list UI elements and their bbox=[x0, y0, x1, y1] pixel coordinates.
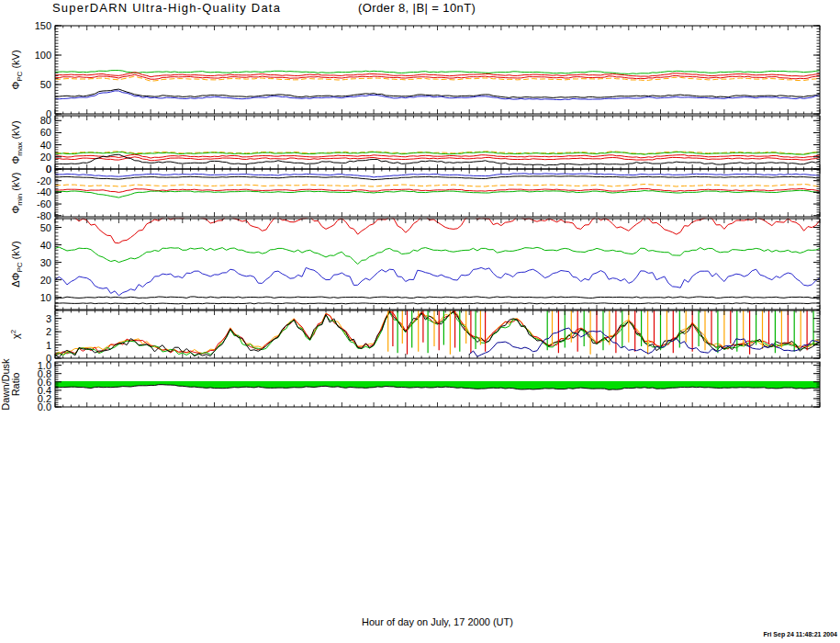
panel-border-phipc bbox=[55, 26, 820, 114]
panel-ylabel-phimin: Φmin (kV) bbox=[10, 173, 24, 214]
figure-subtitle: (Order 8, |B| = 10nT) bbox=[358, 1, 476, 15]
panel-phimin bbox=[55, 174, 820, 197]
panel-border-phimax bbox=[55, 116, 820, 169]
y-tick-label: 1 bbox=[46, 340, 51, 351]
y-tick-label: 50 bbox=[40, 222, 51, 233]
y-tick-label: -80 bbox=[37, 210, 51, 221]
multipanel-chart: 050100150ΦPC (kV)020406080Φmax (kV)-80-6… bbox=[0, 0, 840, 643]
y-tick-label: 2 bbox=[46, 326, 51, 337]
y-tick-label: -40 bbox=[37, 186, 51, 197]
y-tick-label: 60 bbox=[40, 127, 51, 138]
x-axis-title: Hour of day on July, 17 2000 (UT) bbox=[55, 616, 820, 627]
y-tick-label: 80 bbox=[40, 115, 51, 126]
panel-border-phimin bbox=[55, 169, 820, 217]
y-tick-label: 30 bbox=[40, 257, 51, 268]
y-tick-label: 150 bbox=[35, 20, 51, 31]
y-tick-label: 40 bbox=[40, 240, 51, 251]
timestamp: Fri Sep 24 11:48:21 2004 bbox=[763, 631, 837, 637]
y-tick-label: 20 bbox=[40, 275, 51, 286]
y-tick-label: 40 bbox=[40, 140, 51, 151]
y-tick-label: 3 bbox=[46, 313, 51, 324]
y-tick-label: 100 bbox=[35, 50, 51, 61]
panel-ylabel-phimax: Φmax (kV) bbox=[10, 120, 24, 164]
y-tick-label: 50 bbox=[40, 79, 51, 90]
panel-phipc bbox=[55, 71, 820, 100]
panel-ratio bbox=[55, 381, 820, 389]
panel-border-dphipc bbox=[55, 219, 820, 310]
y-tick-label: -20 bbox=[37, 175, 51, 186]
panel-chi2 bbox=[55, 310, 820, 357]
figure-title: SuperDARN Ultra-High-Quality Data bbox=[52, 1, 281, 15]
y-tick-label: 1.0 bbox=[38, 360, 51, 371]
y-tick-label: 0 bbox=[46, 164, 51, 175]
superdarn-uhq-figure: 050100150ΦPC (kV)020406080Φmax (kV)-80-6… bbox=[0, 0, 840, 643]
panel-ylabel-phipc: ΦPC (kV) bbox=[10, 50, 24, 89]
y-tick-label: -60 bbox=[37, 198, 51, 209]
panel-ylabel-ratio: Ratio bbox=[10, 373, 21, 397]
panel-ylabel-dphipc: ΔΦPC (kV) bbox=[10, 241, 24, 287]
panel-phimax bbox=[55, 152, 820, 165]
panel-dphipc bbox=[55, 215, 820, 304]
panel-ylabel-chi2: χ2 bbox=[9, 329, 21, 339]
y-tick-label: 10 bbox=[40, 292, 51, 303]
y-tick-label: 20 bbox=[40, 152, 51, 163]
